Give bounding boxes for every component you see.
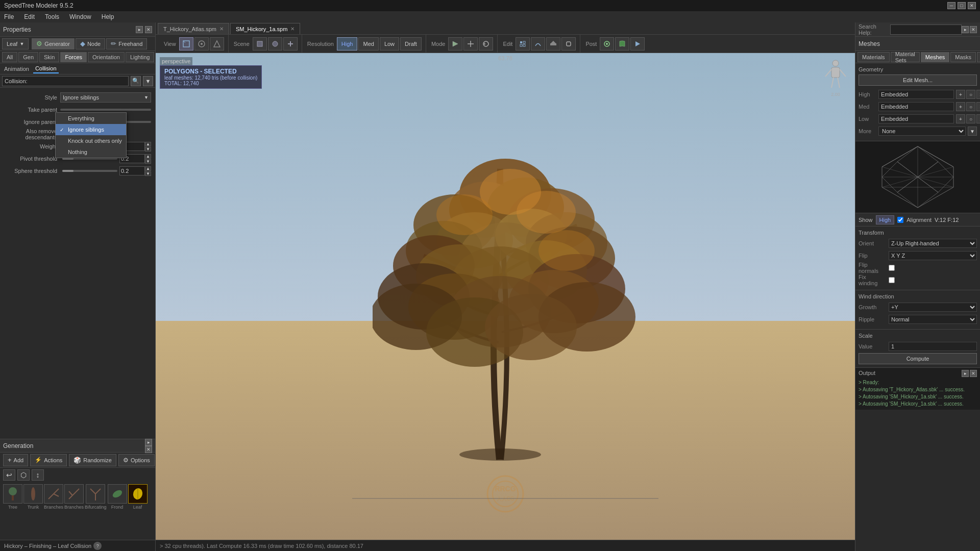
- weight-down-btn[interactable]: ▼: [145, 147, 151, 152]
- pivot-up-btn[interactable]: ▲: [145, 154, 151, 159]
- view-perspective-btn[interactable]: [179, 37, 193, 51]
- sphere-up-btn[interactable]: ▲: [145, 166, 151, 171]
- edit-mesh-button[interactable]: Edit Mesh...: [859, 74, 977, 86]
- gen-icon-btn-1[interactable]: ↩: [3, 469, 15, 481]
- scale-value-input[interactable]: [889, 342, 977, 351]
- geo-high-del-btn[interactable]: ×: [976, 90, 980, 99]
- take-parent-slider[interactable]: [60, 109, 151, 111]
- tab-all[interactable]: All: [2, 52, 17, 62]
- mode-btn2[interactable]: [463, 37, 478, 51]
- leaf-selector[interactable]: Leaf ▼: [2, 38, 29, 49]
- randomize-button[interactable]: 🎲 Randomize: [69, 454, 116, 466]
- resolution-low-btn[interactable]: Low: [380, 37, 399, 51]
- sphere-threshold-input[interactable]: [119, 166, 145, 176]
- search-button[interactable]: 🔍: [131, 76, 141, 86]
- edit-btn3[interactable]: [546, 37, 560, 51]
- orient-select[interactable]: Z-Up Right-handed: [889, 239, 977, 248]
- tab-forces[interactable]: Forces: [60, 52, 87, 62]
- resolution-draft-btn[interactable]: Draft: [400, 37, 422, 51]
- resolution-med-btn[interactable]: Med: [358, 37, 378, 51]
- tab-lighting[interactable]: Lighting: [126, 52, 155, 62]
- menu-edit[interactable]: Edit: [22, 12, 37, 21]
- view-top-btn[interactable]: [210, 37, 224, 51]
- right-panel-close[interactable]: ✕: [970, 26, 977, 33]
- thumb-tree[interactable]: [3, 484, 22, 504]
- post-btn3[interactable]: [630, 37, 645, 51]
- geo-low-del-btn[interactable]: ×: [976, 114, 980, 123]
- mode-btn3[interactable]: [479, 37, 493, 51]
- dropdown-everything[interactable]: Everything: [56, 113, 126, 124]
- geo-med-input[interactable]: [878, 102, 954, 111]
- menu-tools[interactable]: Tools: [43, 12, 61, 21]
- menu-file[interactable]: File: [2, 12, 16, 21]
- view-front-btn[interactable]: [194, 37, 209, 51]
- scene-btn1[interactable]: [253, 37, 267, 51]
- search-down-btn[interactable]: ▼: [143, 76, 153, 86]
- geo-med-del-btn[interactable]: ×: [976, 102, 980, 111]
- ripple-select[interactable]: Normal: [889, 315, 977, 324]
- close-tab-hickory[interactable]: ✕: [290, 26, 295, 32]
- search-help-input[interactable]: [890, 24, 962, 35]
- geo-low-add-btn[interactable]: +: [956, 114, 965, 123]
- thumb-branches1[interactable]: [44, 484, 63, 504]
- 3d-viewport[interactable]: perspective POLYGONS - SELECTED leaf mes…: [156, 53, 855, 540]
- menu-window[interactable]: Window: [67, 12, 93, 21]
- maximize-btn[interactable]: □: [958, 2, 966, 9]
- geo-low-input[interactable]: [878, 114, 954, 123]
- compute-button[interactable]: Compute: [859, 353, 977, 364]
- tab-displacements[interactable]: Displacements: [977, 52, 980, 62]
- style-selector[interactable]: Ignore siblings ▼: [60, 92, 151, 103]
- gen-icon-btn-3[interactable]: ↕: [32, 469, 44, 481]
- help-icon[interactable]: ?: [93, 542, 102, 550]
- tab-masks[interactable]: Masks: [950, 52, 976, 62]
- mode-btn1[interactable]: [448, 37, 462, 51]
- geo-med-clear-btn[interactable]: ○: [966, 102, 975, 111]
- geo-high-add-btn[interactable]: +: [956, 90, 965, 99]
- edit-btn4[interactable]: [561, 37, 576, 51]
- weight-up-btn[interactable]: ▲: [145, 142, 151, 146]
- tab-collision[interactable]: Collision: [33, 64, 59, 73]
- geo-med-add-btn[interactable]: +: [956, 102, 965, 111]
- geo-more-arrow[interactable]: ▼: [968, 127, 977, 136]
- close-btn[interactable]: ✕: [968, 2, 976, 9]
- output-panel-detach[interactable]: ▸: [962, 370, 969, 377]
- post-btn1[interactable]: [600, 37, 614, 51]
- geo-low-clear-btn[interactable]: ○: [966, 114, 975, 123]
- dropdown-ignore-siblings[interactable]: ✓ Ignore siblings: [56, 124, 126, 135]
- thumb-bifurcating[interactable]: [86, 484, 105, 504]
- growth-select[interactable]: +Y: [889, 303, 977, 312]
- tab-gen[interactable]: Gen: [18, 52, 38, 62]
- scene-btn2[interactable]: [268, 37, 282, 51]
- dropdown-knockout[interactable]: Knock out others only: [56, 135, 126, 146]
- show-checkbox[interactable]: [897, 217, 903, 223]
- geo-more-select[interactable]: None: [878, 127, 966, 136]
- options-button[interactable]: ⚙ Options: [118, 454, 155, 466]
- edit-btn2[interactable]: [531, 37, 545, 51]
- geo-high-clear-btn[interactable]: ○: [966, 90, 975, 99]
- gen-panel-close[interactable]: ✕: [145, 446, 152, 453]
- edit-btn1[interactable]: [516, 37, 530, 51]
- output-panel-close[interactable]: ✕: [970, 370, 977, 377]
- thumb-frond[interactable]: [108, 484, 127, 504]
- tab-node[interactable]: ◆ Node: [76, 38, 105, 49]
- pivot-down-btn[interactable]: ▼: [145, 159, 151, 164]
- collision-search-input[interactable]: [2, 76, 129, 86]
- resolution-high-btn[interactable]: High: [337, 37, 358, 51]
- show-high-badge[interactable]: High: [876, 215, 895, 224]
- gen-icon-btn-2[interactable]: ⬡: [17, 469, 30, 481]
- tab-material-sets[interactable]: Material Sets: [891, 52, 920, 62]
- panel-close-btn[interactable]: ✕: [145, 26, 152, 33]
- navigation-gizmo[interactable]: 2.00: [820, 57, 851, 88]
- thumb-branches2[interactable]: [64, 484, 84, 504]
- gen-panel-pin[interactable]: ▸: [145, 439, 152, 446]
- scene-btn3[interactable]: [283, 37, 298, 51]
- fix-winding-checkbox[interactable]: [889, 277, 895, 283]
- tab-materials[interactable]: Materials: [857, 52, 890, 62]
- tab-generator[interactable]: ⚙ Generator: [32, 38, 75, 49]
- thumb-leaf[interactable]: [128, 484, 148, 504]
- sphere-threshold-slider[interactable]: [62, 170, 117, 172]
- flip-normals-checkbox[interactable]: [889, 265, 895, 271]
- post-btn2[interactable]: [615, 37, 629, 51]
- file-tab-hickory[interactable]: SM_Hickory_1a.spm ✕: [230, 23, 300, 34]
- flip-select[interactable]: X Y Z: [889, 251, 977, 260]
